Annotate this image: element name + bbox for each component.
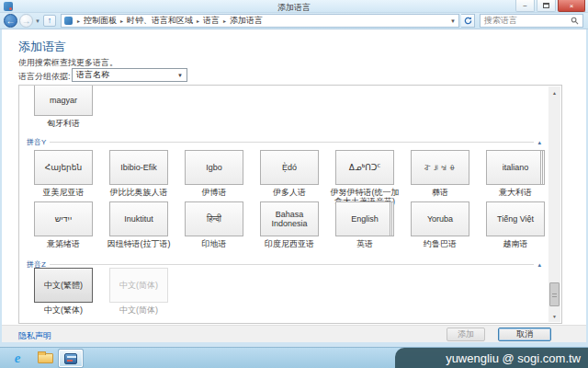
breadcrumb-separator-icon: ▸	[119, 17, 125, 24]
language-tile: 中文(简体)	[109, 268, 168, 303]
close-button[interactable]: ×	[558, 0, 585, 12]
section-header-label: 拼音Y	[27, 137, 46, 147]
group-by-value: 语言名称	[76, 69, 177, 81]
scrollbar-thumb[interactable]	[549, 282, 560, 306]
language-tile-label: 中文(繁体)	[26, 305, 101, 315]
search-input[interactable]: 搜索语言	[480, 14, 583, 28]
scroll-down-icon[interactable]: ▼	[548, 310, 560, 322]
navigation-toolbar: ← → ▼ ↑ ▸控制面板▸时钟、语言和区域▸语言▸添加语言 ▼ 搜索语言	[0, 13, 588, 29]
restore-icon	[543, 3, 549, 8]
forward-button[interactable]: →	[19, 14, 33, 28]
breadcrumb-separator-icon: ▸	[75, 17, 82, 24]
language-tile-label: 彝语	[402, 188, 478, 197]
scrollbar[interactable]: ▲ ▼	[548, 86, 560, 322]
collapse-chevron-icon[interactable]: ▴	[537, 139, 541, 145]
breadcrumb-item[interactable]: 添加语言	[228, 15, 265, 27]
language-tile-label: 意第绪语	[26, 239, 101, 248]
language-tile-label: 伊比比奥族人语	[101, 188, 176, 197]
location-icon	[64, 17, 73, 25]
language-tile-label: 印地语	[176, 239, 252, 248]
language-tile-label: 伊博语	[176, 188, 252, 197]
breadcrumb-separator-icon: ▸	[195, 17, 201, 24]
language-tile[interactable]: Igbo	[185, 150, 243, 185]
page-title: 添加语言	[18, 39, 66, 55]
taskbar: e yuwengliu @ sogi.com.tw	[0, 347, 588, 368]
dialog-body: 添加语言 使用搜索框查找更多语言。 语言分组依据: 语言名称 ▼ magyar …	[2, 29, 586, 342]
language-tile-label: 中文(简体)	[101, 305, 176, 315]
internet-explorer-icon[interactable]: e	[6, 350, 29, 367]
group-by-label: 语言分组依据:	[18, 71, 71, 83]
refresh-icon	[464, 17, 472, 25]
address-dropdown-icon[interactable]: ▼	[447, 18, 456, 24]
add-button[interactable]: 添加	[447, 328, 485, 341]
language-tile-label: 英语	[327, 239, 402, 248]
language-tile[interactable]: Tiếng Việt	[486, 201, 545, 236]
breadcrumb-item[interactable]: 语言	[201, 15, 221, 27]
privacy-link[interactable]: 隐私声明	[18, 330, 51, 342]
language-tile-label: 因纽特语(拉丁语)	[101, 239, 176, 248]
language-tile[interactable]: ייִדיש	[34, 201, 93, 236]
dialog-footer: 隐私声明 添加 取消	[2, 325, 586, 342]
breadcrumb-separator-icon: ▸	[221, 17, 228, 24]
restore-button[interactable]	[537, 0, 556, 12]
folder-icon	[38, 353, 53, 363]
collapse-chevron-icon[interactable]: ▴	[537, 261, 541, 268]
language-tile-label: 意大利语	[478, 188, 553, 197]
watermark: yuwengliu @ sogi.com.tw	[395, 348, 588, 368]
language-tile-label: 亚美尼亚语	[26, 188, 101, 197]
group-by-select[interactable]: 语言名称 ▼	[72, 68, 187, 82]
search-placeholder: 搜索语言	[484, 15, 571, 27]
refresh-button[interactable]	[461, 14, 475, 28]
breadcrumb: ▸控制面板▸时钟、语言和区域▸语言▸添加语言	[75, 15, 447, 27]
language-tile-label: 约鲁巴语	[402, 239, 478, 248]
language-tile[interactable]: Ẹ̀dó	[260, 150, 319, 185]
breadcrumb-item[interactable]: 控制面板	[82, 15, 119, 27]
language-tile[interactable]: ᐃᓄᒃᑎᑐᑦ	[335, 150, 394, 185]
screen: 添加语言 − × ← → ▼ ↑ ▸控制面板▸时钟、语言和区域▸语言▸添加语言 …	[0, 0, 588, 368]
language-tile[interactable]: Հայերեն	[34, 150, 93, 185]
file-explorer-icon[interactable]	[33, 350, 57, 367]
cancel-button[interactable]: 取消	[498, 328, 551, 341]
language-tile-label: 伊多人语	[252, 188, 327, 197]
language-tile[interactable]: English	[335, 201, 394, 236]
section-header: 拼音Z▴	[27, 259, 541, 269]
language-tile[interactable]: Yoruba	[411, 201, 469, 236]
up-button[interactable]: ↑	[43, 15, 56, 27]
language-tile-label: 印度尼西亚语	[252, 239, 327, 248]
language-list: magyar 匈牙利语 ▲ ▼ 拼音Y▴Հայերեն亚美尼亚语Ibibio-E…	[18, 85, 562, 324]
chevron-down-icon: ▼	[177, 73, 183, 78]
language-tile[interactable]: हिन्दी	[185, 201, 243, 236]
language-tile[interactable]: Ibibio-Efik	[109, 150, 168, 185]
section-divider	[50, 142, 534, 143]
scroll-up-icon[interactable]: ▲	[548, 86, 560, 98]
title-bar: 添加语言 − ×	[0, 0, 588, 13]
section-header: 拼音Y▴	[27, 137, 541, 146]
back-button[interactable]: ←	[4, 14, 17, 28]
language-app-icon[interactable]	[59, 350, 83, 367]
section-divider	[50, 264, 535, 265]
language-tile[interactable]: Inuktitut	[109, 201, 168, 236]
language-tile[interactable]: italiano	[486, 150, 545, 185]
language-tile[interactable]: ꆈꌠꁱꂷ	[411, 150, 469, 185]
language-tile-label: 越南语	[478, 239, 553, 248]
language-tile[interactable]: Bahasa Indonesia	[260, 201, 319, 236]
control-panel-icon	[64, 353, 77, 364]
search-icon[interactable]	[571, 17, 579, 25]
history-dropdown-icon[interactable]: ▼	[35, 18, 40, 24]
breadcrumb-item[interactable]: 时钟、语言和区域	[125, 15, 195, 27]
language-tile[interactable]: 中文(繁體)	[34, 268, 93, 303]
address-bar[interactable]: ▸控制面板▸时钟、语言和区域▸语言▸添加语言 ▼	[61, 14, 459, 28]
minimize-button[interactable]: −	[515, 0, 535, 12]
language-tile-label: 匈牙利语	[26, 119, 101, 128]
language-tile[interactable]: magyar	[34, 86, 93, 116]
